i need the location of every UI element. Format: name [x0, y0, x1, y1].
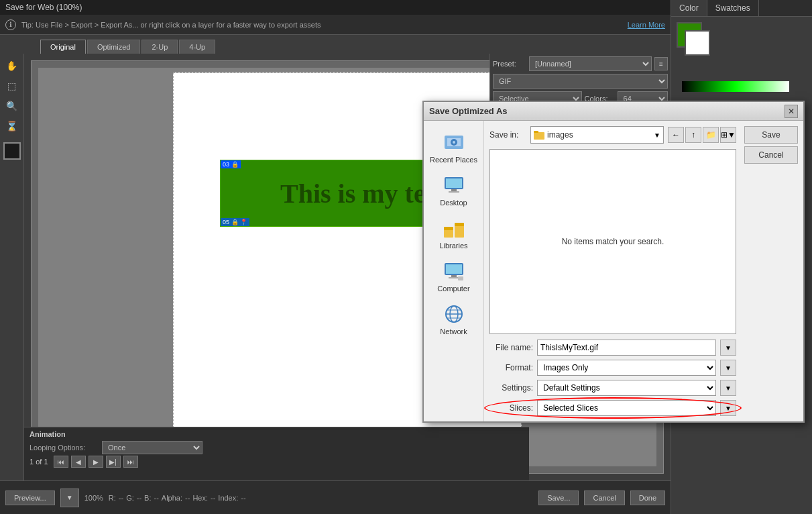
- dialog-action-buttons: Save Cancel: [742, 121, 803, 421]
- animation-controls: ⏮ ◀ ▶ ▶| ⏭: [54, 456, 138, 468]
- file-name-label: File name:: [489, 343, 533, 352]
- recent-places-icon: [441, 129, 467, 156]
- svg-point-3: [453, 141, 455, 144]
- done-web-button[interactable]: Done: [630, 491, 665, 505]
- file-name-dropdown[interactable]: ▼: [720, 340, 736, 356]
- prev-frame-btn[interactable]: ◀: [71, 456, 86, 468]
- looping-select[interactable]: Once Forever Other...: [102, 441, 202, 454]
- svg-rect-13: [446, 264, 462, 274]
- libraries-label: Libraries: [439, 242, 467, 250]
- view-tabs: Original Optimized 2-Up 4-Up: [0, 35, 671, 54]
- go-back-btn[interactable]: ←: [668, 127, 684, 143]
- r-value: --: [119, 494, 123, 502]
- dialog-cancel-button[interactable]: Cancel: [744, 146, 798, 164]
- file-name-input[interactable]: [537, 340, 716, 356]
- recent-places-item[interactable]: Recent Places: [427, 126, 481, 166]
- tab-optimized[interactable]: Optimized: [87, 40, 141, 54]
- color-boxes: [677, 22, 807, 48]
- color-info: R:-- G:-- B:-- Alpha:-- Hex:-- Index:--: [109, 494, 246, 502]
- cancel-web-button[interactable]: Cancel: [584, 491, 624, 505]
- tab-4up[interactable]: 4-Up: [179, 40, 215, 54]
- libraries-item[interactable]: Libraries: [427, 212, 481, 252]
- slice-select-tool[interactable]: ⬚: [3, 76, 21, 95]
- swatches-tab[interactable]: Swatches: [707, 0, 759, 16]
- foreground-color[interactable]: [3, 142, 21, 160]
- preset-label: Preset:: [493, 60, 526, 68]
- dialog-close-button[interactable]: ✕: [785, 105, 798, 118]
- dialog-main: Save in: images ▼ ← ↑ 📁 ⊞▼: [484, 121, 742, 421]
- computer-item[interactable]: Computer: [427, 255, 481, 295]
- g-label: G:: [126, 494, 134, 502]
- background-color-swatch[interactable]: [685, 30, 710, 56]
- go-up-btn[interactable]: ↑: [685, 127, 701, 143]
- desktop-item[interactable]: Desktop: [427, 169, 481, 209]
- r-label: R:: [109, 494, 116, 502]
- info-icon: ℹ: [5, 19, 16, 30]
- settings-select[interactable]: Default Settings Other...: [537, 380, 716, 396]
- zoom-tool[interactable]: 🔍: [3, 97, 21, 115]
- dialog-body: Recent Places Desktop: [424, 121, 803, 421]
- slices-row: Slices: Selected Slices All Slices All U…: [489, 400, 736, 416]
- color-tab[interactable]: Color: [671, 0, 707, 16]
- bottom-bar: Preview... ▼ 100% R:-- G:-- B:-- Alpha:-…: [0, 480, 671, 514]
- no-items-text: No items match your search.: [562, 237, 664, 246]
- hex-value: --: [211, 494, 215, 502]
- svg-rect-8: [444, 229, 453, 238]
- animation-bar: Animation Looping Options: Once Forever …: [24, 427, 529, 480]
- next-frame-btn[interactable]: ▶|: [106, 456, 121, 468]
- view-menu-btn[interactable]: ⊞▼: [720, 127, 736, 143]
- dialog-title: Save Optimized As: [429, 106, 785, 116]
- slice-bottom-label: 05 🔒 📍: [221, 218, 249, 226]
- index-label: Index:: [218, 494, 238, 502]
- preset-row: Preset: [Unnamed] ≡: [493, 56, 668, 71]
- save-in-display[interactable]: images ▼: [530, 126, 664, 144]
- save-optimized-dialog[interactable]: Save Optimized As ✕ Recent Places: [422, 101, 805, 423]
- color-panel-content: [671, 17, 812, 100]
- browser-select-btn[interactable]: ▼: [60, 489, 79, 507]
- slices-select[interactable]: Selected Slices All Slices All User Slic…: [537, 400, 716, 416]
- preset-select[interactable]: [Unnamed]: [529, 56, 652, 71]
- svg-rect-22: [534, 132, 544, 140]
- svg-rect-16: [458, 276, 463, 280]
- settings-row: Settings: Default Settings Other... ▼: [489, 380, 736, 396]
- last-frame-btn[interactable]: ⏭: [123, 456, 138, 468]
- desktop-icon: [441, 172, 467, 199]
- preview-button[interactable]: Preview...: [5, 491, 55, 505]
- format-select-dialog[interactable]: Images Only HTML and Images CSS Layers: [537, 360, 716, 376]
- new-folder-btn[interactable]: 📁: [703, 127, 719, 143]
- alpha-value: --: [185, 494, 190, 502]
- settings-dropdown-arrow: ▼: [720, 380, 736, 396]
- slices-dropdown-arrow: ▼: [720, 400, 736, 416]
- alpha-label: Alpha:: [162, 494, 182, 502]
- tab-original[interactable]: Original: [40, 40, 86, 54]
- g-value: --: [137, 494, 141, 502]
- b-label: B:: [144, 494, 151, 502]
- network-item[interactable]: Network: [427, 298, 481, 338]
- save-in-label: Save in:: [489, 130, 526, 140]
- tab-2up[interactable]: 2-Up: [141, 40, 178, 54]
- first-frame-btn[interactable]: ⏮: [54, 456, 68, 468]
- save-web-button[interactable]: Save...: [538, 491, 579, 505]
- info-bar: ℹ Tip: Use File > Export > Export As... …: [0, 15, 671, 35]
- animation-looping-row: Looping Options: Once Forever Other...: [30, 441, 524, 454]
- save-in-dropdown-arrow: ▼: [654, 132, 660, 139]
- network-label: Network: [440, 327, 467, 336]
- learn-more-link[interactable]: Learn More: [628, 21, 665, 29]
- hand-tool[interactable]: ✋: [3, 56, 21, 75]
- dialog-save-button[interactable]: Save: [744, 126, 798, 144]
- animation-title: Animation: [30, 430, 524, 438]
- file-fields: File name: ▼ Format: Images Only HTML an…: [489, 340, 736, 416]
- recent-places-label: Recent Places: [430, 156, 477, 164]
- play-btn[interactable]: ▶: [89, 456, 103, 468]
- save-in-buttons: ← ↑ 📁 ⊞▼: [668, 127, 736, 143]
- format-select[interactable]: GIF: [493, 74, 668, 89]
- preset-menu-btn[interactable]: ≡: [654, 57, 668, 70]
- hex-label: Hex:: [192, 494, 208, 502]
- svg-rect-5: [446, 178, 462, 188]
- format-dropdown-arrow: ▼: [720, 360, 736, 376]
- computer-icon: [441, 258, 467, 285]
- color-gradient-area: [677, 81, 807, 92]
- file-area: No items match your search.: [489, 149, 736, 334]
- save-in-row: Save in: images ▼ ← ↑ 📁 ⊞▼: [489, 126, 736, 144]
- eyedropper-tool[interactable]: ⌛: [3, 117, 21, 136]
